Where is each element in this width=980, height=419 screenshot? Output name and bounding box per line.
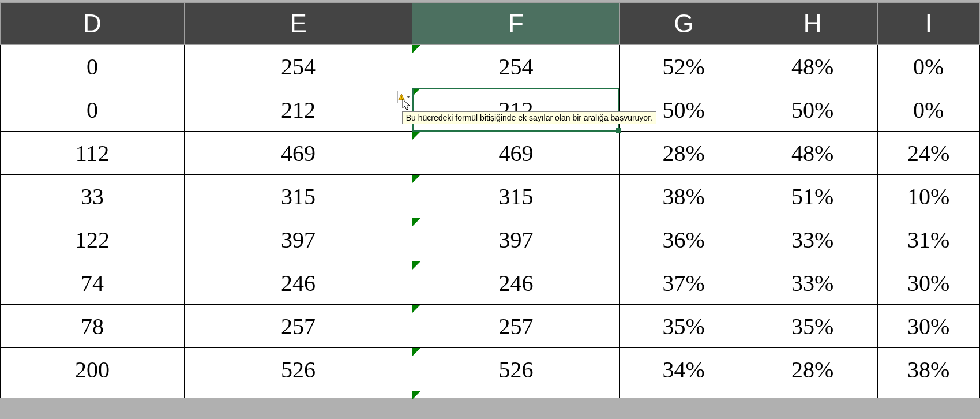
- cell-D[interactable]: 78: [1, 305, 185, 348]
- cell-F[interactable]: 526: [412, 348, 619, 391]
- cell-E[interactable]: [184, 391, 412, 399]
- cell-D[interactable]: 0: [1, 45, 185, 88]
- error-indicator-icon: [412, 391, 420, 399]
- column-header-G[interactable]: G: [619, 3, 748, 45]
- cell-I[interactable]: 0%: [877, 88, 979, 132]
- error-indicator-icon: [412, 132, 420, 140]
- error-tooltip: Bu hücredeki formül bitişiğinde ek sayıl…: [402, 111, 656, 124]
- cell-F[interactable]: 254: [412, 45, 619, 88]
- cell-E[interactable]: 254: [184, 45, 412, 88]
- cell-E[interactable]: 526: [184, 348, 412, 391]
- table-row: 021221250%50%0%: [1, 88, 980, 132]
- table-row: 3331531538%51%10%: [1, 175, 980, 218]
- grid-table: D E F G H I 025425452%48%0%021221250%50%…: [0, 2, 980, 398]
- cell-I[interactable]: 0%: [877, 45, 979, 88]
- table-row: 20052652634%28%38%: [1, 348, 980, 391]
- column-header-I[interactable]: I: [877, 3, 979, 45]
- cell-G[interactable]: 34%: [619, 348, 748, 391]
- cell-E[interactable]: 315: [184, 175, 412, 218]
- table-row: 7424624637%33%30%: [1, 261, 980, 305]
- cell-I[interactable]: 30%: [877, 261, 979, 305]
- table-row: 7825725735%35%30%: [1, 305, 980, 348]
- table-row: 12239739736%33%31%: [1, 218, 980, 261]
- cell-E[interactable]: 246: [184, 261, 412, 305]
- table-row: 025425452%48%0%: [1, 45, 980, 88]
- cell-I[interactable]: 10%: [877, 175, 979, 218]
- cell-I[interactable]: [877, 391, 979, 399]
- chevron-down-icon: [407, 96, 410, 98]
- column-header-F[interactable]: F: [412, 3, 619, 45]
- error-indicator-icon: [412, 175, 420, 183]
- spreadsheet-viewport: D E F G H I 025425452%48%0%021221250%50%…: [0, 0, 980, 419]
- warning-icon: [398, 93, 405, 100]
- error-indicator-icon: [412, 45, 420, 53]
- cell-E[interactable]: 469: [184, 132, 412, 175]
- cell-D[interactable]: 0: [1, 88, 185, 132]
- cell-F[interactable]: 397: [412, 218, 619, 261]
- cell-D[interactable]: 33: [1, 175, 185, 218]
- cell-I[interactable]: 24%: [877, 132, 979, 175]
- cell-H[interactable]: 28%: [748, 348, 877, 391]
- cell-E[interactable]: 397: [184, 218, 412, 261]
- cell-I[interactable]: 31%: [877, 218, 979, 261]
- svg-rect-1: [401, 96, 402, 98]
- cell-G[interactable]: 50%: [619, 88, 748, 132]
- cell-F[interactable]: 257: [412, 305, 619, 348]
- error-trace-button[interactable]: [397, 91, 411, 103]
- cell-D[interactable]: 74: [1, 261, 185, 305]
- cell-F[interactable]: 315: [412, 175, 619, 218]
- grid-body: 025425452%48%0%021221250%50%0%1124694692…: [1, 45, 980, 399]
- column-header-row: D E F G H I: [1, 3, 980, 45]
- cell-G[interactable]: 35%: [619, 305, 748, 348]
- cell-H[interactable]: 48%: [748, 132, 877, 175]
- cell-D[interactable]: 200: [1, 348, 185, 391]
- cell-G[interactable]: 37%: [619, 261, 748, 305]
- cell-H[interactable]: 33%: [748, 218, 877, 261]
- cell-D[interactable]: 112: [1, 132, 185, 175]
- error-indicator-icon: [412, 261, 420, 270]
- table-row: 11246946928%48%24%: [1, 132, 980, 175]
- error-indicator-icon: [412, 305, 420, 313]
- cell-H[interactable]: 50%: [748, 88, 877, 132]
- cell-I[interactable]: 38%: [877, 348, 979, 391]
- column-header-D[interactable]: D: [1, 3, 185, 45]
- svg-rect-2: [401, 98, 402, 99]
- cell-H[interactable]: 35%: [748, 305, 877, 348]
- cell-E[interactable]: 257: [184, 305, 412, 348]
- cell-H[interactable]: 48%: [748, 45, 877, 88]
- column-header-H[interactable]: H: [748, 3, 877, 45]
- cell-E[interactable]: 212: [184, 88, 412, 132]
- error-indicator-icon: [412, 218, 420, 226]
- error-indicator-icon: [412, 348, 420, 356]
- cell-H[interactable]: 51%: [748, 175, 877, 218]
- cell-F[interactable]: 212: [412, 88, 619, 132]
- cell-D[interactable]: [1, 391, 185, 399]
- cell-H[interactable]: [748, 391, 877, 399]
- cell-G[interactable]: 36%: [619, 218, 748, 261]
- cell-H[interactable]: 33%: [748, 261, 877, 305]
- cell-I[interactable]: 30%: [877, 305, 979, 348]
- cell-F[interactable]: [412, 391, 619, 399]
- table-row: [1, 391, 980, 399]
- column-header-E[interactable]: E: [184, 3, 412, 45]
- cell-F[interactable]: 246: [412, 261, 619, 305]
- cell-D[interactable]: 122: [1, 218, 185, 261]
- cell-G[interactable]: [619, 391, 748, 399]
- cell-G[interactable]: 38%: [619, 175, 748, 218]
- error-indicator-icon: [412, 88, 420, 96]
- cell-G[interactable]: 52%: [619, 45, 748, 88]
- cell-G[interactable]: 28%: [619, 132, 748, 175]
- cell-F[interactable]: 469: [412, 132, 619, 175]
